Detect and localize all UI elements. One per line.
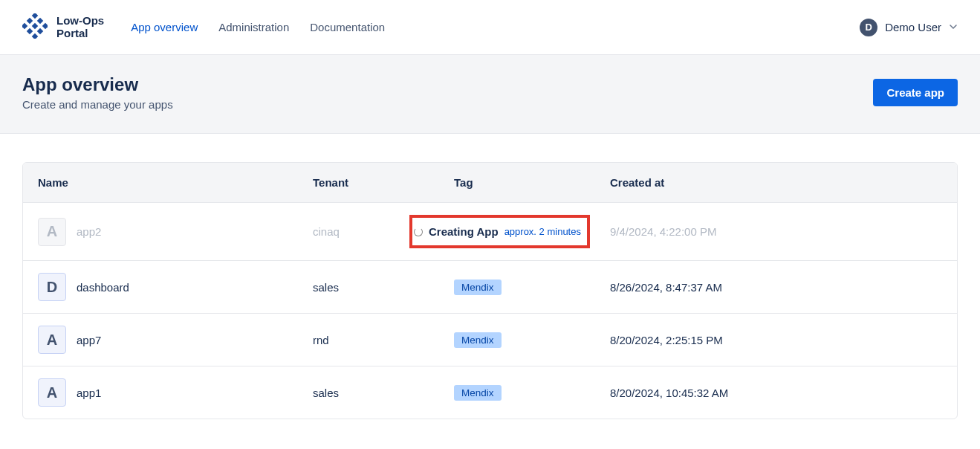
col-header-name: Name — [38, 176, 313, 189]
topbar: Low-Ops Portal App overview Administrati… — [0, 0, 980, 55]
svg-rect-5 — [42, 23, 48, 29]
app-icon: A — [38, 218, 66, 246]
tag-cell: Mendix — [454, 280, 610, 295]
app-icon: D — [38, 273, 66, 301]
tenant-cell: sales — [313, 387, 454, 399]
svg-rect-8 — [32, 33, 38, 39]
app-name: app1 — [77, 387, 101, 399]
table-row[interactable]: A app7 rnd Mendix 8/20/2024, 2:25:15 PM — [23, 313, 957, 366]
tag-badge: Mendix — [454, 332, 502, 348]
avatar: D — [860, 19, 877, 36]
table-row[interactable]: A app1 sales Mendix 8/20/2024, 10:45:32 … — [23, 366, 957, 419]
spinner-icon — [414, 227, 423, 236]
app-name: app7 — [77, 334, 101, 346]
created-cell: 8/20/2024, 10:45:32 AM — [610, 387, 942, 399]
apps-table-wrap: Name Tenant Tag Created at A app2 cinaq … — [0, 134, 980, 419]
col-header-tenant: Tenant — [313, 176, 454, 189]
status-eta: approx. 2 minutes — [504, 226, 581, 237]
nav-app-overview[interactable]: App overview — [131, 21, 198, 33]
table-row[interactable]: A app2 cinaq Creating App approx. 2 minu… — [23, 202, 957, 260]
svg-rect-3 — [22, 23, 27, 29]
apps-table: Name Tenant Tag Created at A app2 cinaq … — [22, 162, 958, 419]
app-name: dashboard — [77, 281, 129, 294]
creating-app-status: Creating App approx. 2 minutes — [409, 215, 590, 248]
status-label: Creating App — [429, 225, 499, 238]
nav-documentation[interactable]: Documentation — [310, 21, 385, 33]
brand-name: Low-Ops Portal — [56, 15, 104, 39]
create-app-button[interactable]: Create app — [873, 79, 958, 106]
app-icon: A — [38, 326, 66, 354]
tag-badge: Mendix — [454, 385, 502, 401]
tag-cell: Mendix — [454, 332, 610, 348]
svg-rect-7 — [37, 28, 43, 34]
svg-rect-2 — [37, 18, 43, 24]
tenant-cell: sales — [313, 281, 454, 294]
tag-badge: Mendix — [454, 280, 502, 295]
tag-cell: Creating App approx. 2 minutes — [454, 215, 610, 248]
page-header: App overview Create and manage your apps… — [0, 55, 980, 134]
brand[interactable]: Low-Ops Portal — [22, 13, 104, 41]
chevron-down-icon — [949, 22, 958, 33]
user-menu[interactable]: D Demo User — [860, 19, 958, 36]
svg-rect-4 — [32, 23, 38, 29]
brand-logo-icon — [22, 13, 48, 41]
svg-rect-1 — [27, 18, 33, 24]
table-header: Name Tenant Tag Created at — [23, 163, 957, 202]
user-name: Demo User — [885, 21, 941, 33]
tenant-cell: rnd — [313, 334, 454, 346]
col-header-created: Created at — [610, 176, 942, 189]
app-icon: A — [38, 378, 66, 407]
tag-cell: Mendix — [454, 385, 610, 401]
nav-administration[interactable]: Administration — [218, 21, 289, 33]
page-subtitle: Create and manage your apps — [22, 98, 173, 111]
page-title: App overview — [22, 74, 173, 95]
table-row[interactable]: D dashboard sales Mendix 8/26/2024, 8:47… — [23, 260, 957, 313]
created-cell: 9/4/2024, 4:22:00 PM — [610, 225, 942, 238]
svg-rect-6 — [27, 28, 33, 34]
col-header-tag: Tag — [454, 176, 610, 189]
svg-rect-0 — [32, 13, 38, 19]
created-cell: 8/20/2024, 2:25:15 PM — [610, 334, 942, 346]
created-cell: 8/26/2024, 8:47:37 AM — [610, 281, 942, 294]
main-nav: App overview Administration Documentatio… — [131, 21, 385, 33]
app-name: app2 — [77, 225, 101, 238]
